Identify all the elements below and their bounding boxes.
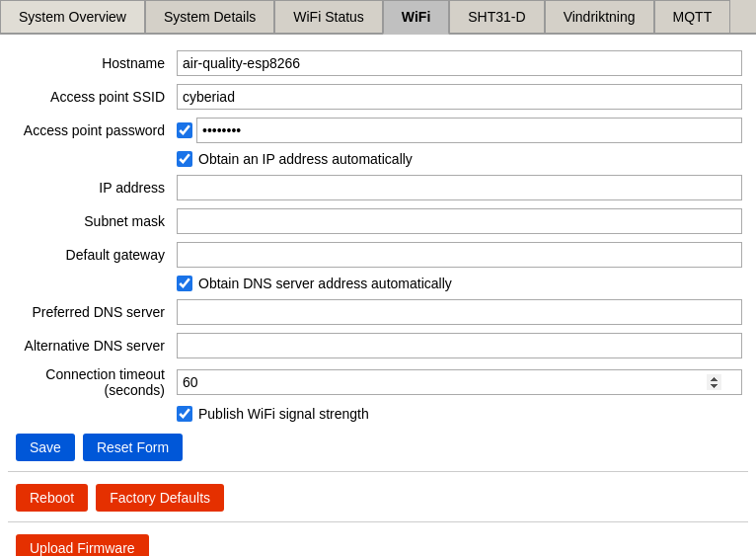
default-gateway-label: Default gateway <box>66 247 165 263</box>
publish-wifi-row: Publish WiFi signal strength <box>8 402 748 426</box>
connection-timeout-input[interactable] <box>177 369 742 395</box>
subnet-mask-row: Subnet mask <box>8 204 748 238</box>
tab-system-overview[interactable]: System Overview <box>0 0 145 33</box>
hostname-row: Hostname <box>8 46 748 80</box>
password-show-checkbox[interactable] <box>177 122 192 138</box>
factory-defaults-button[interactable]: Factory Defaults <box>96 484 224 512</box>
save-button[interactable]: Save <box>16 434 75 461</box>
obtain-dns-checkbox-row: Obtain DNS server address automatically <box>177 276 742 291</box>
ip-address-label: IP address <box>99 180 165 196</box>
wifi-form: Hostname Access point SSID Access point … <box>8 46 748 426</box>
divider-1 <box>8 471 748 472</box>
password-row-inner <box>177 118 742 143</box>
hostname-label: Hostname <box>102 55 165 71</box>
ip-address-row: IP address <box>8 171 748 204</box>
tab-wifi[interactable]: WiFi <box>383 0 449 35</box>
upload-firmware-row: Upload Firmware <box>8 526 748 556</box>
connection-timeout-label: Connection timeout <box>45 366 165 382</box>
obtain-ip-checkbox[interactable] <box>177 151 192 167</box>
preferred-dns-input[interactable] <box>177 299 742 325</box>
obtain-dns-checkbox[interactable] <box>177 276 192 291</box>
obtain-dns-label: Obtain DNS server address automatically <box>198 276 452 291</box>
ssid-row: Access point SSID <box>8 80 748 114</box>
tab-vindriktning[interactable]: Vindriktning <box>545 0 654 33</box>
tab-mqtt[interactable]: MQTT <box>654 0 731 33</box>
publish-wifi-checkbox-row: Publish WiFi signal strength <box>177 406 742 422</box>
default-gateway-row: Default gateway <box>8 238 748 272</box>
alternative-dns-label: Alternative DNS server <box>25 338 165 354</box>
tab-wifi-status[interactable]: WiFi Status <box>274 0 383 33</box>
connection-timeout-row: Connection timeout (seconds) <box>8 362 748 402</box>
ssid-label: Access point SSID <box>50 89 165 105</box>
obtain-ip-row: Obtain an IP address automatically <box>8 147 748 171</box>
reboot-button[interactable]: Reboot <box>16 484 88 512</box>
alternative-dns-input[interactable] <box>177 333 742 358</box>
reset-form-button[interactable]: Reset Form <box>83 434 183 461</box>
reboot-factory-row: Reboot Factory Defaults <box>8 476 748 517</box>
publish-wifi-checkbox[interactable] <box>177 406 192 422</box>
tab-bar: System Overview System Details WiFi Stat… <box>0 0 756 35</box>
preferred-dns-row: Preferred DNS server <box>8 295 748 329</box>
password-label: Access point password <box>24 122 165 138</box>
publish-wifi-label: Publish WiFi signal strength <box>198 406 369 422</box>
hostname-input[interactable] <box>177 50 742 76</box>
password-row: Access point password <box>8 114 748 147</box>
ssid-input[interactable] <box>177 84 742 110</box>
tab-system-details[interactable]: System Details <box>145 0 274 33</box>
ip-address-input[interactable] <box>177 175 742 200</box>
upload-firmware-button[interactable]: Upload Firmware <box>16 534 149 556</box>
subnet-mask-label: Subnet mask <box>84 213 165 229</box>
password-input[interactable] <box>196 118 742 143</box>
obtain-dns-row: Obtain DNS server address automatically <box>8 272 748 295</box>
connection-timeout-spinner-wrap <box>177 369 742 395</box>
save-reset-row: Save Reset Form <box>8 426 748 467</box>
default-gateway-input[interactable] <box>177 242 742 268</box>
subnet-mask-input[interactable] <box>177 208 742 234</box>
divider-2 <box>8 521 748 522</box>
connection-timeout-sublabel: (seconds) <box>105 382 165 398</box>
preferred-dns-label: Preferred DNS server <box>32 304 165 320</box>
obtain-ip-checkbox-row: Obtain an IP address automatically <box>177 151 742 167</box>
alternative-dns-row: Alternative DNS server <box>8 329 748 362</box>
wifi-settings-panel: Hostname Access point SSID Access point … <box>0 35 756 556</box>
obtain-ip-label: Obtain an IP address automatically <box>198 151 413 167</box>
tab-sht31d[interactable]: SHT31-D <box>449 0 544 33</box>
